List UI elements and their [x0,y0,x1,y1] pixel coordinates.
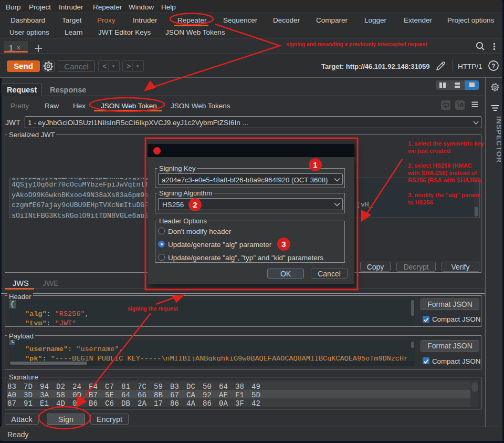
svg-text:signing the request: signing the request [128,306,178,312]
svg-text:we just created: we just created [407,148,450,154]
svg-text:to HS256: to HS256 [408,199,433,205]
svg-text:signing and resending a previo: signing and resending a previously inter… [286,42,427,47]
svg-text:3. modify the "alg" param.: 3. modify the "alg" param. [408,192,481,198]
svg-text:with SHA-256) instead of: with SHA-256) instead of [407,170,477,176]
svg-text:2. select HS256 (HMAC: 2. select HS256 (HMAC [408,162,472,169]
svg-text:1. select the symmetric key: 1. select the symmetric key [408,140,485,147]
svg-text:RS256 (RSA with SHA256): RS256 (RSA with SHA256) [408,177,481,183]
